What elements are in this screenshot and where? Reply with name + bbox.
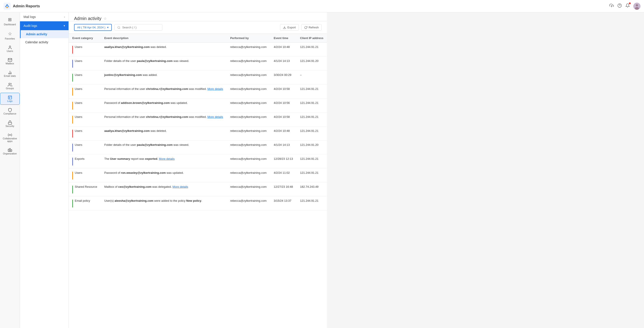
collaborative-apps-icon: [8, 133, 12, 137]
description-text: User(s): [104, 199, 114, 202]
refresh-button[interactable]: Refresh: [302, 24, 322, 31]
sidebar-item-organization[interactable]: Organization: [0, 146, 20, 157]
cell-event-description: Password of addison.brown@zylkertraining…: [101, 99, 227, 113]
category-text: Users: [75, 171, 82, 174]
help-button[interactable]: [618, 3, 622, 9]
avatar[interactable]: [633, 3, 640, 10]
cell-event-description: Personal information of the user christi…: [101, 113, 227, 127]
bold-text: paula@zylkertraining.com: [137, 143, 173, 146]
sidebar-item-groups[interactable]: Groups: [0, 80, 20, 92]
sub-sidebar-mail-logs[interactable]: Mail logs ›: [20, 13, 68, 21]
bold-text: christina.r@zylkertraining.com: [146, 115, 188, 119]
cell-event-time: 4/2/24 11:02: [270, 168, 296, 182]
sidebar-item-favorites[interactable]: ☆ Favorites: [0, 29, 20, 42]
cell-event-description: Mailbox of ceo@zylkertraining.com was de…: [101, 182, 227, 196]
cell-performed-by: rebecca@zylkertraining.com: [227, 99, 270, 113]
description-text: Folder details of the user: [104, 143, 137, 146]
sidebar-item-users[interactable]: Users: [0, 43, 20, 55]
filter-label: All ( Till Apr 04, 2024 ): [77, 26, 105, 29]
category-text: Shared Resource: [75, 185, 97, 188]
svg-point-22: [118, 26, 120, 28]
app-logo-icon: [4, 3, 11, 10]
filter-chevron-icon: ▾: [107, 26, 109, 29]
description-text: was updated.: [166, 171, 184, 174]
sidebar-item-email-stats[interactable]: Email stats: [0, 68, 20, 80]
question-icon: [618, 3, 622, 8]
category-color-bar: [72, 158, 73, 166]
export-button[interactable]: Export: [280, 24, 299, 31]
svg-point-7: [635, 7, 639, 10]
filter-dropdown[interactable]: All ( Till Apr 04, 2024 ) ▾: [74, 24, 112, 31]
cell-event-category: Users: [69, 127, 101, 140]
cell-performed-by: rebecca@zylkertraining.com: [227, 113, 270, 127]
sub-menu-item-calendar-activity[interactable]: Calendar activity: [20, 38, 68, 46]
svg-line-23: [120, 28, 120, 29]
bold-text: christina.r@zylkertraining.com: [146, 87, 188, 91]
audit-logs-header[interactable]: Audit logs ▾: [20, 21, 68, 30]
table-row: UsersPassword of ron.weasley@zylkertrain…: [69, 168, 327, 182]
search-icon: [117, 26, 120, 29]
cell-event-time: 4/2/24 10:56: [270, 99, 296, 113]
category-text: Users: [75, 129, 82, 133]
col-event-category: Event category: [69, 34, 101, 43]
sidebar-item-dashboard[interactable]: ⊞ Dashboard: [0, 15, 20, 28]
bold-text: justinc@zylkertraining.com: [104, 73, 142, 77]
svg-point-18: [9, 135, 10, 136]
col-client-ip: Client IP address: [296, 34, 327, 43]
cell-event-category: Exports: [69, 154, 101, 168]
favorites-icon: ☆: [8, 31, 12, 36]
more-details-link[interactable]: More details: [207, 87, 223, 91]
sidebar-item-compliance[interactable]: Compliance: [0, 106, 20, 117]
notifications-button[interactable]: [625, 3, 630, 9]
cell-event-category: Users: [69, 71, 101, 85]
table-row: Usersaaaliya.khan@zylkertraining.com was…: [69, 127, 327, 140]
more-details-link[interactable]: More details: [207, 115, 223, 119]
cell-event-description: Folder details of the user paula@zylkert…: [101, 140, 227, 154]
sidebar-item-label-logs: Logs: [7, 100, 13, 102]
notification-badge: [629, 3, 631, 4]
sidebar-item-label-users: Users: [7, 50, 13, 52]
audit-logs-label: Audit logs: [24, 24, 37, 28]
description-text: was viewed.: [172, 59, 189, 63]
sidebar-item-mailbox[interactable]: Mailbox: [0, 56, 20, 67]
description-text: was deleted.: [150, 45, 167, 49]
cell-performed-by: rebecca@zylkertraining.com: [227, 182, 270, 196]
table-row: UsersFolder details of the user paula@zy…: [69, 57, 327, 71]
category-text: Users: [75, 115, 82, 119]
cell-performed-by: rebecca@zylkertraining.com: [227, 85, 270, 99]
sub-menu-item-admin-activity[interactable]: Admin activity: [20, 30, 68, 38]
cell-performed-by: rebecca@zylkertraining.com: [227, 168, 270, 182]
sidebar-item-security[interactable]: Security: [0, 118, 20, 130]
cell-client-ip: 121.244.91.21: [296, 85, 327, 99]
cell-client-ip: 121.244.91.21: [296, 99, 327, 113]
cell-client-ip: 121.244.91.21: [296, 127, 327, 140]
activity-table: Event category Event description Perform…: [69, 34, 327, 210]
cell-event-description: justinc@zylkertraining.com was added.: [101, 71, 227, 85]
more-details-link[interactable]: More details: [159, 157, 175, 160]
description-text: Personal information of the user: [104, 115, 146, 119]
sidebar-item-collaborative-apps[interactable]: Collaborative apps: [0, 131, 20, 145]
groups-icon: [8, 83, 12, 87]
description-text: was added.: [142, 73, 158, 77]
col-performed-by: Performed by: [227, 34, 270, 43]
bold-text: ceo@zylkertraining.com: [118, 185, 152, 188]
cell-performed-by: rebecca@zylkertraining.com: [227, 196, 270, 210]
main-content: Admin activity ☆ All ( Till Apr 04, 2024…: [69, 13, 327, 328]
cell-event-category: Shared Resource: [69, 182, 101, 196]
cell-event-time: 4/2/24 10:48: [270, 43, 296, 57]
cell-event-category: Users: [69, 168, 101, 182]
cell-event-time: 4/2/24 10:58: [270, 85, 296, 99]
table-row: UsersPassword of addison.brown@zylkertra…: [69, 99, 327, 113]
mail-logs-label: Mail logs: [24, 15, 36, 19]
category-color-bar: [72, 130, 73, 138]
security-icon: [8, 120, 12, 125]
sidebar-item-logs[interactable]: Logs: [0, 93, 20, 105]
cell-event-description: Password of ron.weasley@zylkertraining.c…: [101, 168, 227, 182]
search-input[interactable]: [122, 26, 160, 29]
cell-event-category: Email policy: [69, 196, 101, 210]
more-details-link[interactable]: More details: [172, 185, 188, 188]
upload-cloud-button[interactable]: [610, 3, 614, 9]
favorite-star-icon[interactable]: ☆: [104, 17, 107, 21]
cell-client-ip: 121.244.91.21: [296, 196, 327, 210]
cell-event-time: 4/1/24 14:13: [270, 140, 296, 154]
